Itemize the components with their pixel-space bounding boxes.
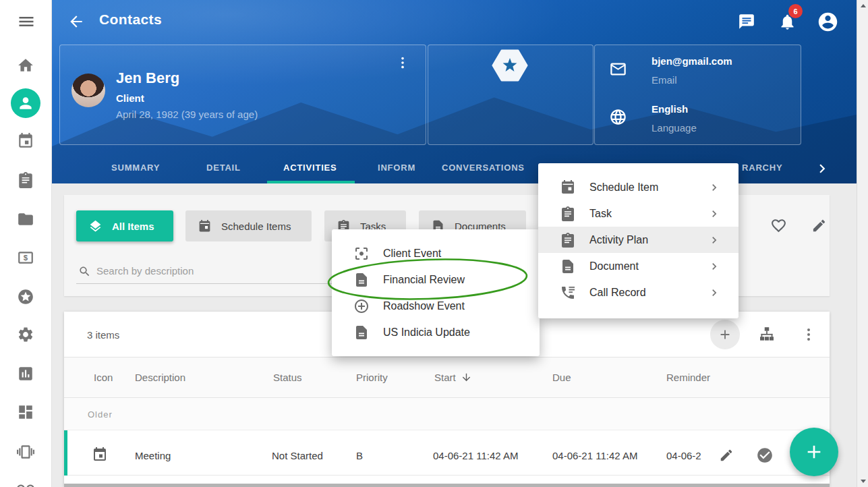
menu-item-label: Task xyxy=(589,208,612,220)
menu-item-activity-plan[interactable]: Activity Plan xyxy=(538,227,739,253)
call-record-icon xyxy=(560,285,576,301)
submenu-item-roadshow-event[interactable]: Roadshow Event xyxy=(332,293,540,319)
column-header-start-label: Start xyxy=(434,372,456,383)
vertical-scrollbar xyxy=(857,0,868,487)
folder-icon[interactable] xyxy=(17,210,34,228)
create-activity-menu: Schedule Item Task Activity Plan Documen… xyxy=(538,163,739,318)
calendar-icon xyxy=(198,219,212,233)
page-title: Contacts xyxy=(99,11,162,28)
row-accent-bar xyxy=(64,430,67,476)
email-value: bjen@gmail.com xyxy=(652,55,732,67)
tab-detail[interactable]: DETAIL xyxy=(206,163,241,173)
plus-icon xyxy=(803,441,825,463)
search-icon xyxy=(78,265,91,278)
column-header-due[interactable]: Due xyxy=(552,372,571,383)
tasks-clipboard-icon[interactable] xyxy=(17,171,34,189)
menu-item-label: Activity Plan xyxy=(589,234,648,246)
cell-status: Not Started xyxy=(272,450,323,461)
menu-item-label: Roadshow Event xyxy=(383,300,465,312)
star-hexagon-badge-icon xyxy=(492,49,528,82)
app-screen: Contacts 6 Jen Berg Client April 28, 198… xyxy=(0,0,868,487)
filter-all-items-button[interactable]: All Items xyxy=(76,210,173,241)
menu-item-label: Financial Review xyxy=(383,274,465,286)
activity-plan-submenu: Client Event Financial Review Roadshow E… xyxy=(332,229,540,356)
voicemail-icon[interactable] xyxy=(17,480,34,487)
home-icon[interactable] xyxy=(17,57,34,74)
account-avatar-icon[interactable] xyxy=(817,11,839,33)
submenu-item-client-event[interactable]: Client Event xyxy=(332,240,540,266)
chevron-right-icon xyxy=(707,181,721,194)
hierarchy-view-icon[interactable] xyxy=(758,326,776,343)
card-overflow-menu-icon[interactable] xyxy=(395,55,410,70)
globe-icon xyxy=(609,108,627,126)
profile-avatar[interactable] xyxy=(71,74,105,107)
row-edit-pencil-icon[interactable] xyxy=(719,448,734,463)
edit-pencil-icon[interactable] xyxy=(811,218,827,233)
email-icon xyxy=(609,60,627,78)
submenu-item-us-indicia-update[interactable]: US Indicia Update xyxy=(332,319,540,345)
fab-add-button[interactable] xyxy=(790,428,838,476)
dashboard-icon[interactable] xyxy=(17,403,34,421)
calendar-icon xyxy=(560,179,576,196)
scroll-up-arrow-icon xyxy=(861,4,866,7)
cell-start: 04-06-21 11:42 AM xyxy=(433,450,518,461)
tab-conversations[interactable]: CONVERSATIONS xyxy=(442,163,525,173)
items-count: 3 items xyxy=(87,329,119,341)
add-circle-icon xyxy=(353,298,370,314)
menu-item-call-record[interactable]: Call Record xyxy=(538,279,739,306)
favorite-heart-icon[interactable] xyxy=(770,217,787,234)
submenu-item-financial-review[interactable]: Financial Review xyxy=(332,266,540,293)
tab-summary[interactable]: SUMMARY xyxy=(111,163,160,173)
column-header-priority[interactable]: Priority xyxy=(356,372,388,383)
menu-item-label: Schedule Item xyxy=(589,181,658,194)
menu-item-label: Document xyxy=(589,260,639,273)
table-overflow-menu-icon[interactable] xyxy=(801,326,817,343)
email-label: Email xyxy=(652,74,677,86)
vibration-icon[interactable] xyxy=(17,443,34,461)
scrollbar-down-button[interactable] xyxy=(857,476,868,487)
reports-chart-icon[interactable] xyxy=(17,365,34,382)
menu-item-schedule-item[interactable]: Schedule Item xyxy=(538,174,739,200)
settings-gear-icon[interactable] xyxy=(17,326,34,343)
document-icon xyxy=(353,324,370,341)
calendar-icon[interactable] xyxy=(17,132,34,150)
column-header-description[interactable]: Description xyxy=(135,372,185,383)
profile-name: Jen Berg xyxy=(116,69,179,87)
tab-hierarchy-partial[interactable]: RARCHY xyxy=(742,163,782,173)
hamburger-menu-icon[interactable] xyxy=(17,12,36,31)
contacts-active-icon[interactable] xyxy=(11,88,40,118)
cell-priority: B xyxy=(356,450,363,461)
cell-due: 04-06-21 11:42 AM xyxy=(552,450,637,461)
search-input[interactable] xyxy=(95,262,320,279)
profile-birthdate: April 28, 1982 (39 years of age) xyxy=(116,109,258,120)
tabs-scroll-chevron-icon[interactable] xyxy=(813,160,831,177)
menu-item-label: Call Record xyxy=(589,287,646,299)
scrollbar-up-button[interactable] xyxy=(857,0,868,11)
add-item-button[interactable] xyxy=(710,320,740,349)
menu-item-document[interactable]: Document xyxy=(538,253,739,279)
column-header-start[interactable]: Start xyxy=(434,372,472,383)
billing-money-icon[interactable] xyxy=(17,249,34,266)
clipboard-icon xyxy=(560,232,576,248)
chevron-right-icon xyxy=(707,286,721,299)
back-arrow-icon[interactable] xyxy=(67,13,85,30)
chat-icon[interactable] xyxy=(738,13,755,30)
column-header-reminder[interactable]: Reminder xyxy=(666,372,710,383)
menu-item-task[interactable]: Task xyxy=(538,200,739,227)
row-calendar-icon xyxy=(92,447,108,463)
profile-card[interactable] xyxy=(59,45,426,145)
star-circle-icon[interactable] xyxy=(17,288,34,306)
column-header-status[interactable]: Status xyxy=(273,372,302,383)
cell-reminder: 04-06-2 xyxy=(666,450,708,461)
filter-schedule-items-label: Schedule Items xyxy=(221,221,291,232)
notification-badge: 6 xyxy=(788,4,803,18)
row-complete-check-icon[interactable] xyxy=(756,447,774,464)
filter-all-items-label: All Items xyxy=(112,221,154,232)
tab-activities[interactable]: ACTIVITIES xyxy=(283,163,337,173)
group-label: Older xyxy=(88,409,113,420)
table-group-row[interactable] xyxy=(64,398,830,430)
menu-item-label: US Indicia Update xyxy=(383,326,470,339)
column-header-icon[interactable]: Icon xyxy=(94,372,113,383)
tab-inform[interactable]: INFORM xyxy=(378,163,415,173)
filter-schedule-items-button[interactable]: Schedule Items xyxy=(185,210,312,241)
